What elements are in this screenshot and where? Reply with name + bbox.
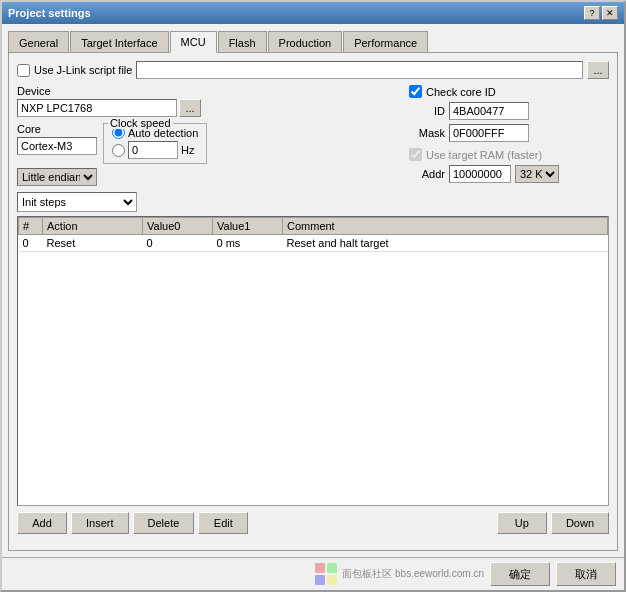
device-row: ... (17, 99, 399, 117)
addr-input[interactable] (449, 165, 511, 183)
init-steps-row: Init steps Exit steps (17, 192, 609, 212)
watermark-text: 面包板社区 bbs.eeworld.com.cn (342, 567, 484, 581)
svg-rect-1 (327, 563, 337, 573)
watermark-icon (314, 562, 338, 586)
core-label: Core (17, 123, 97, 135)
cell-action: Reset (43, 235, 143, 252)
endian-select[interactable]: Little endian Big endian (17, 168, 97, 186)
device-browse-button[interactable]: ... (179, 99, 201, 117)
clock-legend: Clock speed (108, 117, 173, 129)
device-section: Device ... Core Clock speed (17, 85, 609, 186)
use-target-ram-checkbox (409, 148, 422, 161)
check-core-row: Check core ID (409, 85, 609, 98)
tab-performance[interactable]: Performance (343, 31, 428, 53)
svg-rect-3 (327, 575, 337, 585)
hz-label: Hz (181, 144, 194, 156)
left-section: Device ... Core Clock speed (17, 85, 399, 186)
help-button[interactable]: ? (584, 6, 600, 20)
svg-rect-0 (315, 563, 325, 573)
ram-size-select[interactable]: 32 KB 16 KB 64 KB (515, 165, 559, 183)
jlink-label: Use J-Link script file (34, 64, 132, 76)
addr-row: Addr 32 KB 16 KB 64 KB (409, 165, 609, 183)
col-comment: Comment (283, 218, 608, 235)
ok-button[interactable]: 确定 (490, 562, 550, 586)
core-section: Core (17, 123, 97, 155)
check-core-checkbox[interactable] (409, 85, 422, 98)
table-header-row: # Action Value0 Value1 Comment (19, 218, 608, 235)
delete-button[interactable]: Delete (133, 512, 195, 534)
id-row: ID (409, 102, 609, 120)
edit-button[interactable]: Edit (198, 512, 248, 534)
down-button[interactable]: Down (551, 512, 609, 534)
title-bar: Project settings ? ✕ (2, 2, 624, 24)
action-buttons: Add Insert Delete Edit Up Down (17, 512, 609, 534)
tab-content-mcu: Use J-Link script file ... Device ... (8, 52, 618, 551)
col-num: # (19, 218, 43, 235)
check-core-label: Check core ID (426, 86, 496, 98)
jlink-script-input[interactable] (136, 61, 583, 79)
up-button[interactable]: Up (497, 512, 547, 534)
cell-value0: 0 (143, 235, 213, 252)
close-button[interactable]: ✕ (602, 6, 618, 20)
cell-num: 0 (19, 235, 43, 252)
init-steps-table: # Action Value0 Value1 Comment 0 Reset 0 (18, 217, 608, 252)
endian-row: Little endian Big endian (17, 168, 399, 186)
col-value1: Value1 (213, 218, 283, 235)
device-label: Device (17, 85, 399, 97)
window-body: General Target Interface MCU Flash Produ… (2, 24, 624, 557)
core-clock-row: Core Clock speed Auto detection (17, 123, 399, 164)
use-target-ram-label: Use target RAM (faster) (426, 149, 542, 161)
project-settings-window: Project settings ? ✕ General Target Inte… (0, 0, 626, 592)
hz-row: Hz (112, 141, 198, 159)
window-title: Project settings (8, 7, 91, 19)
id-label: ID (409, 105, 445, 117)
mask-input[interactable] (449, 124, 529, 142)
add-button[interactable]: Add (17, 512, 67, 534)
col-value0: Value0 (143, 218, 213, 235)
device-input[interactable] (17, 99, 177, 117)
title-bar-buttons: ? ✕ (584, 6, 618, 20)
init-steps-select[interactable]: Init steps Exit steps (17, 192, 137, 212)
table-wrapper: # Action Value0 Value1 Comment 0 Reset 0 (17, 216, 609, 506)
jlink-checkbox[interactable] (17, 64, 30, 77)
core-input[interactable] (17, 137, 97, 155)
right-section: Check core ID ID Mask Use target RAM (fa… (409, 85, 609, 186)
use-target-ram-row: Use target RAM (faster) (409, 148, 609, 161)
jlink-browse-button[interactable]: ... (587, 61, 609, 79)
clock-fieldset: Clock speed Auto detection Hz (103, 123, 207, 164)
tab-mcu[interactable]: MCU (170, 31, 217, 53)
id-input[interactable] (449, 102, 529, 120)
col-action: Action (43, 218, 143, 235)
insert-button[interactable]: Insert (71, 512, 129, 534)
tab-target-interface[interactable]: Target Interface (70, 31, 168, 53)
svg-rect-2 (315, 575, 325, 585)
tab-general[interactable]: General (8, 31, 69, 53)
cell-value1: 0 ms (213, 235, 283, 252)
mask-row: Mask (409, 124, 609, 142)
cell-comment: Reset and halt target (283, 235, 608, 252)
addr-label: Addr (409, 168, 445, 180)
tab-production[interactable]: Production (268, 31, 343, 53)
manual-clock-radio[interactable] (112, 144, 125, 157)
watermark-area: 面包板社区 bbs.eeworld.com.cn (10, 562, 484, 586)
cancel-button[interactable]: 取消 (556, 562, 616, 586)
hz-input[interactable] (128, 141, 178, 159)
mask-label: Mask (409, 127, 445, 139)
jlink-row: Use J-Link script file ... (17, 61, 609, 79)
tab-flash[interactable]: Flash (218, 31, 267, 53)
tab-bar: General Target Interface MCU Flash Produ… (8, 30, 618, 52)
table-row[interactable]: 0 Reset 0 0 ms Reset and halt target (19, 235, 608, 252)
bottom-bar: 面包板社区 bbs.eeworld.com.cn 确定 取消 (2, 557, 624, 590)
